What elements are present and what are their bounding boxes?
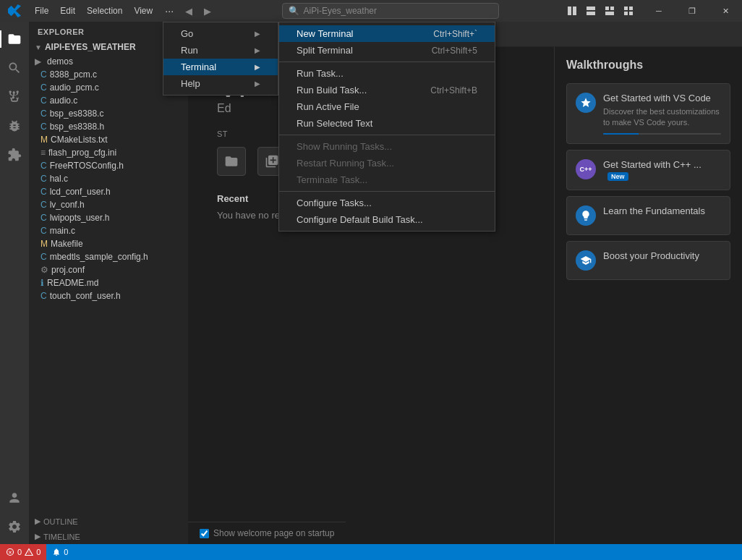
status-notifications[interactable]: 0 (46, 544, 74, 560)
configure-tasks-label: Configure Tasks... (297, 198, 372, 208)
close-button[interactable]: ✕ (709, 0, 742, 22)
walkthrough-card-cpp[interactable]: C++ Get Started with C++ ... New (566, 150, 730, 190)
file-lwipopts[interactable]: C lwipopts_user.h (29, 211, 188, 224)
walkthrough-content-get-started: Get Started with VS Code Discover the be… (603, 93, 721, 135)
file-name: bsp_es8388.h (50, 122, 104, 132)
menu-run-build-task[interactable]: Run Build Task... Ctrl+Shift+B (279, 82, 495, 98)
menu-terminal[interactable]: Terminal ▶ (163, 59, 278, 75)
run-label: Run (181, 45, 198, 56)
menu-run-task[interactable]: Run Task... (279, 65, 495, 82)
activity-run-debug[interactable] (0, 111, 29, 140)
split-terminal-shortcut: Ctrl+Shift+5 (432, 46, 477, 56)
file-cmakelists[interactable]: M CMakeLists.txt (29, 133, 188, 146)
wt-title-productivity: Boost your Productivity (603, 250, 699, 261)
menu-file[interactable]: File (29, 0, 54, 22)
file-freertos[interactable]: C FreeRTOSConfig.h (29, 159, 188, 172)
layout-buttons (558, 3, 642, 19)
activity-explorer[interactable] (0, 25, 29, 54)
menu-configure-default-build[interactable]: Configure Default Build Task... (279, 211, 495, 228)
statusbar: ✕ 0 ! 0 0 (0, 544, 742, 560)
menu-run[interactable]: Run ▶ (163, 42, 278, 59)
timeline-arrow-icon: ▶ (35, 532, 40, 541)
bulb-icon (576, 205, 596, 226)
minimize-button[interactable]: ─ (642, 0, 675, 22)
file-lv_conf[interactable]: C lv_conf.h (29, 198, 188, 211)
walkthrough-card-get-started[interactable]: Get Started with VS Code Discover the be… (566, 83, 730, 144)
divider-3 (279, 191, 495, 192)
maximize-button[interactable]: ❐ (675, 0, 709, 22)
c-icon: C (40, 122, 47, 132)
menu-help[interactable]: Help ▶ (163, 75, 278, 92)
startup-checkbox[interactable] (200, 529, 209, 538)
file-name: FreeRTOSConfig.h (50, 161, 124, 171)
file-mbedtls[interactable]: C mbedtls_sample_config.h (29, 250, 188, 263)
activity-account[interactable] (0, 483, 29, 512)
run-build-task-shortcut: Ctrl+Shift+B (430, 85, 477, 96)
restart-running-task-label: Restart Running Task... (297, 158, 394, 169)
menu-configure-tasks[interactable]: Configure Tasks... (279, 195, 495, 211)
file-name: bsp_es8388.c (50, 109, 104, 119)
terminal-label: Terminal (181, 61, 216, 72)
file-flash_prog[interactable]: ≡ flash_prog_cfg.ini (29, 146, 188, 159)
menu-edit[interactable]: Edit (54, 0, 81, 22)
activity-source-control[interactable] (0, 82, 29, 111)
menu-selection[interactable]: Selection (81, 0, 128, 22)
project-name: AIPI-EYES_WEATHER (45, 42, 136, 52)
layout-btn-4[interactable] (621, 3, 636, 19)
activity-settings[interactable] (0, 512, 29, 541)
svg-rect-9 (624, 12, 628, 15)
file-bsp_es8388h[interactable]: C bsp_es8388.h (29, 120, 188, 133)
menu-go[interactable]: Go ▶ (163, 25, 278, 42)
file-proj_conf[interactable]: ⚙ proj.conf (29, 263, 188, 276)
walkthroughs-title: Walkthroughs (566, 59, 730, 72)
nav-forward-button[interactable]: ▶ (199, 3, 216, 19)
menu-more[interactable]: ··· (158, 0, 180, 22)
outline-section[interactable]: ▶ OUTLINE (29, 514, 188, 529)
walkthrough-card-fundamentals[interactable]: Learn the Fundamentals (566, 196, 730, 235)
menu-run-active-file[interactable]: Run Active File (279, 98, 495, 115)
file-makefile[interactable]: M Makefile (29, 237, 188, 250)
search-box[interactable]: 🔍 AiPi-Eyes_weather (282, 3, 499, 19)
activity-search[interactable] (0, 54, 29, 82)
file-name: CMakeLists.txt (51, 135, 108, 145)
sidebar: Explorer ▼ AIPI-EYES_WEATHER ▶ demos C 8… (29, 22, 188, 544)
file-main[interactable]: C main.c (29, 224, 188, 237)
folder-demos-label: demos (47, 56, 73, 67)
menu-split-terminal[interactable]: Split Terminal Ctrl+Shift+5 (279, 42, 495, 59)
menu-view[interactable]: View (128, 0, 158, 22)
walkthrough-content-productivity: Boost your Productivity (603, 250, 699, 261)
file-name: mbedtls_sample_config.h (50, 252, 148, 262)
file-name: lv_conf.h (50, 200, 85, 210)
start-icon-1[interactable] (217, 147, 246, 176)
m-icon: M (40, 135, 48, 145)
menu-new-terminal[interactable]: New Terminal Ctrl+Shift+` (279, 25, 495, 42)
divider-1 (279, 61, 495, 62)
svg-rect-8 (629, 7, 633, 10)
nav-back-button[interactable]: ◀ (180, 3, 197, 19)
layout-btn-3[interactable] (602, 3, 618, 19)
file-audio[interactable]: C audio.c (29, 94, 188, 107)
layout-btn-2[interactable] (583, 3, 599, 19)
menu-level2-terminal: New Terminal Ctrl+Shift+` Split Terminal… (278, 22, 495, 232)
layout-btn-1[interactable] (564, 3, 580, 19)
activity-extensions[interactable] (0, 140, 29, 169)
file-lcd_conf[interactable]: C lcd_conf_user.h (29, 185, 188, 198)
c-icon: C (40, 226, 47, 236)
menu-run-selected-text[interactable]: Run Selected Text (279, 115, 495, 132)
help-label: Help (181, 78, 200, 89)
menu-level1: Go ▶ Run ▶ Terminal ▶ Help ▶ (163, 22, 278, 96)
svg-rect-2 (587, 7, 595, 10)
file-bsp_es8388c[interactable]: C bsp_es8388.c (29, 107, 188, 120)
timeline-section[interactable]: ▶ TIMELINE (29, 529, 188, 544)
warning-count: 0 (36, 548, 40, 556)
file-readme[interactable]: ℹ README.md (29, 276, 188, 289)
file-touch_conf[interactable]: C touch_conf_user.h (29, 289, 188, 302)
walkthroughs-panel: Walkthroughs Get Started with VS Code Di… (554, 47, 742, 544)
new-badge: New (607, 172, 628, 181)
go-label: Go (181, 28, 193, 39)
walkthrough-card-productivity[interactable]: Boost your Productivity (566, 241, 730, 280)
file-name: main.c (50, 226, 75, 236)
status-errors[interactable]: ✕ 0 ! 0 (0, 544, 46, 560)
file-hal[interactable]: C hal.c (29, 172, 188, 185)
nav-buttons: ◀ ▶ (180, 3, 216, 19)
